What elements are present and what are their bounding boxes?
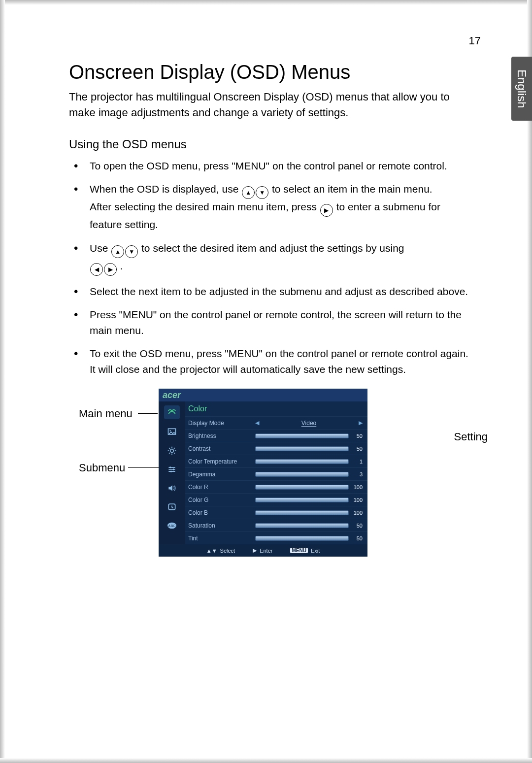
- osd-slider-value: 50: [352, 523, 363, 529]
- osd-slider[interactable]: [255, 523, 349, 528]
- up-arrow-icon: ▲: [242, 186, 255, 199]
- footer-select: Select: [220, 548, 235, 554]
- osd-row[interactable]: Saturation50: [185, 519, 367, 531]
- footer-enter: Enter: [260, 548, 272, 554]
- bullet-text: .: [120, 260, 123, 271]
- osd-row[interactable]: Color Temperature1: [185, 455, 367, 467]
- svg-point-4: [173, 469, 174, 470]
- bullet-item: When the OSD is displayed, use ▲▼ to sel…: [87, 181, 471, 232]
- osd-slider-value: 100: [352, 484, 363, 490]
- language-icon[interactable]: ABC: [165, 520, 179, 531]
- osd-row[interactable]: Contrast50: [185, 442, 367, 455]
- page-title: Onscreen Display (OSD) Menus: [69, 61, 483, 83]
- bullet-item: To open the OSD menu, press "MENU" on th…: [87, 158, 471, 174]
- bullet-item: To exit the OSD menu, press "MENU" on th…: [87, 346, 471, 377]
- right-arrow-icon: ▶: [104, 263, 117, 276]
- callout-line: [138, 413, 158, 414]
- callout-setting: Setting: [454, 431, 488, 443]
- osd-main-panel: Color Display Mode◀Video▶Brightness50Con…: [185, 401, 367, 544]
- callout-main-menu: Main menu: [79, 407, 133, 420]
- osd-slider-value: 50: [352, 535, 363, 541]
- osd-brand: acer: [159, 389, 367, 401]
- osd-row-label: Tint: [188, 535, 255, 542]
- osd-slider[interactable]: [255, 485, 349, 490]
- osd-row-label: Color R: [188, 484, 255, 491]
- setting-icon[interactable]: [165, 464, 179, 475]
- bullet-text: Use: [90, 242, 111, 254]
- image-icon[interactable]: [165, 426, 179, 438]
- osd-select-value: Video: [262, 420, 356, 427]
- osd-diagram: Main menu Submenu Setting acer: [69, 389, 483, 566]
- audio-icon[interactable]: [165, 482, 179, 494]
- osd-row-label: Color B: [188, 509, 255, 516]
- callout-submenu: Submenu: [79, 462, 125, 474]
- osd-footer: ▲▼Select ▶Enter MENUExit: [159, 544, 367, 557]
- up-arrow-icon: ▲: [111, 245, 124, 258]
- osd-row-label: Brightness: [188, 432, 255, 439]
- svg-point-3: [169, 466, 171, 468]
- section-subtitle: Using the OSD menus: [69, 137, 483, 151]
- left-arrow-icon[interactable]: ◀: [255, 420, 259, 426]
- bullet-text: to select an item in the main menu.: [272, 183, 432, 195]
- osd-slider[interactable]: [255, 433, 349, 438]
- right-arrow-icon: ▶: [253, 547, 257, 554]
- osd-slider[interactable]: [255, 472, 349, 477]
- right-arrow-icon: ▶: [320, 204, 333, 217]
- osd-row[interactable]: Brightness50: [185, 429, 367, 442]
- page-number: 17: [469, 34, 481, 47]
- osd-slider-value: 50: [352, 446, 363, 452]
- down-arrow-icon: ▼: [256, 186, 268, 199]
- osd-slider[interactable]: [255, 498, 349, 502]
- right-arrow-icon[interactable]: ▶: [359, 420, 363, 426]
- osd-row[interactable]: Tint50: [185, 531, 367, 544]
- menu-key-icon: MENU: [290, 548, 307, 553]
- osd-window: acer: [159, 389, 367, 557]
- bullet-text: When the OSD is displayed, use: [90, 183, 241, 195]
- osd-slider[interactable]: [255, 446, 349, 451]
- osd-row[interactable]: Display Mode◀Video▶: [185, 416, 367, 429]
- osd-slider[interactable]: [255, 536, 349, 541]
- osd-slider-value: 100: [352, 497, 363, 503]
- bullet-item: Use ▲▼ to select the desired item and ad…: [87, 240, 471, 276]
- management-icon[interactable]: [165, 445, 179, 457]
- bullet-item: Press "MENU" on the control panel or rem…: [87, 307, 471, 338]
- osd-row-label: Contrast: [188, 445, 255, 452]
- svg-text:ABC: ABC: [168, 524, 176, 528]
- svg-point-2: [170, 449, 174, 453]
- osd-row-label: Display Mode: [188, 420, 255, 427]
- osd-slider-value: 1: [352, 459, 363, 464]
- language-tab: English: [511, 57, 532, 121]
- timer-icon[interactable]: [165, 501, 179, 513]
- osd-slider[interactable]: [255, 510, 349, 515]
- bullet-text: to select the desired item and adjust th…: [141, 242, 404, 254]
- bullet-text: After selecting the desired main menu it…: [90, 201, 320, 212]
- osd-slider-value: 100: [352, 510, 363, 516]
- updown-icon: ▲▼: [206, 548, 217, 554]
- down-arrow-icon: ▼: [125, 245, 138, 258]
- osd-row[interactable]: Color R100: [185, 480, 367, 493]
- svg-point-1: [169, 431, 171, 432]
- osd-sidebar: ABC: [159, 401, 185, 544]
- osd-row-label: Degamma: [188, 471, 255, 478]
- osd-row[interactable]: Degamma3: [185, 467, 367, 480]
- osd-row-label: Color G: [188, 497, 255, 503]
- bullet-item: Select the next item to be adjusted in t…: [87, 284, 471, 299]
- osd-row[interactable]: Color G100: [185, 493, 367, 506]
- color-icon[interactable]: [164, 405, 180, 419]
- osd-row-label: Saturation: [188, 522, 255, 529]
- svg-point-5: [170, 471, 172, 472]
- osd-submenu-title: Color: [185, 401, 367, 416]
- osd-slider-value: 3: [352, 471, 363, 477]
- intro-text: The projector has multilingual Onscreen …: [69, 89, 453, 121]
- osd-slider-value: 50: [352, 433, 363, 439]
- osd-row[interactable]: Color B100: [185, 506, 367, 519]
- left-arrow-icon: ◀: [90, 263, 103, 276]
- osd-row-label: Color Temperature: [188, 458, 255, 465]
- osd-slider[interactable]: [255, 459, 349, 464]
- footer-exit: Exit: [311, 548, 320, 554]
